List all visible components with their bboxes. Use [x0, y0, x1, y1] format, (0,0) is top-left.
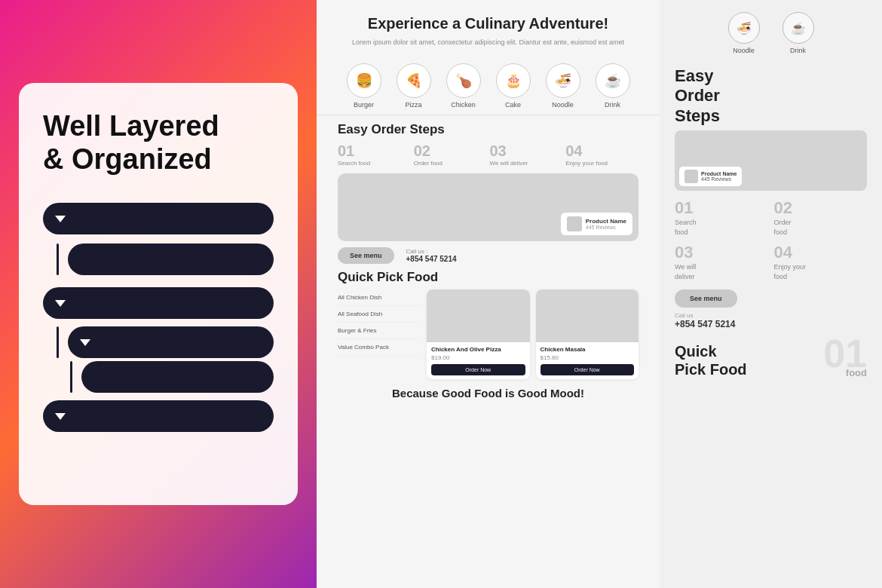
- layer-row-5: [43, 361, 274, 393]
- cake-icon: 🎂: [496, 63, 531, 98]
- right-step-1-label: Searchfood: [675, 218, 768, 237]
- see-menu-button[interactable]: See menu: [338, 247, 394, 264]
- food-category-noodle[interactable]: 🍜 Noodle: [546, 63, 580, 109]
- right-drink-category[interactable]: ☕ Drink: [782, 12, 814, 54]
- right-quick-title: Quick Pick Food: [675, 342, 747, 378]
- right-btn-row: See menu: [675, 289, 867, 308]
- food-list: All Chicken Dish All Seafood Dish Burger…: [338, 289, 421, 379]
- layer-row-1: [43, 203, 274, 234]
- layer-bar-3[interactable]: [43, 287, 274, 319]
- left-title: Well Layered & Organized: [43, 110, 274, 176]
- chevron-down-icon-2: [55, 300, 66, 307]
- chevron-down-icon-3: [80, 339, 90, 346]
- food-card-price-1: $19.00: [431, 354, 525, 361]
- right-phone-number: +854 547 5214: [675, 319, 867, 329]
- food-category-burger[interactable]: 🍔 Burger: [347, 63, 381, 109]
- order-steps-grid: 01 Search food 02 Order food 03 We will …: [338, 142, 639, 167]
- burger-label: Burger: [354, 101, 374, 109]
- right-step-4-label: Enjoy yourfood: [774, 262, 868, 281]
- left-panel: Well Layered & Organized: [0, 0, 317, 588]
- food-card-name-2: Chicken Masala: [541, 346, 635, 353]
- hero-subtitle: Lorem ipsum dolor sit amet, consectetur …: [332, 38, 645, 48]
- indent-line: [57, 243, 59, 275]
- middle-panel: Experience a Culinary Adventure! Lorem i…: [317, 0, 660, 588]
- product-thumbnail: [567, 216, 582, 231]
- layer-bar-6[interactable]: [43, 400, 274, 432]
- quick-title-line2: Pick Food: [675, 360, 747, 378]
- step-1-label: Search food: [338, 160, 411, 167]
- drink-label: Drink: [605, 101, 620, 109]
- good-food-title: Because Good Food is Good Mood!: [338, 387, 639, 400]
- step-3-label: We will deliver: [490, 160, 563, 167]
- food-card-2: Chicken Masala $15.80 Order Now: [536, 289, 639, 379]
- food-category-cake[interactable]: 🎂 Cake: [496, 63, 531, 109]
- layer-row-3: [43, 287, 274, 319]
- layer-row-2: [43, 243, 274, 275]
- right-see-menu-button[interactable]: See menu: [675, 289, 737, 308]
- quick-pick-title: Quick Pick Food: [338, 270, 639, 285]
- food-card-image-2: [536, 289, 639, 342]
- right-product-thumbnail: [684, 170, 698, 183]
- right-step-4: 04 Enjoy yourfood: [774, 243, 868, 281]
- right-step-1: 01 Searchfood: [675, 198, 768, 237]
- right-call-section: Call us +854 547 5214: [675, 312, 867, 329]
- right-noodle-icon: 🍜: [728, 12, 760, 44]
- right-step-2-num: 02: [774, 198, 868, 218]
- right-step-3: 03 We willdeliver: [675, 243, 768, 281]
- food-categories-row: 🍔 Burger 🍕 Pizza 🍗 Chicken 🎂 Cake 🍜 Nood…: [317, 63, 660, 109]
- layer-bar-4[interactable]: [68, 326, 274, 358]
- indent-line-3: [70, 361, 72, 393]
- food-list-item[interactable]: Value Combo Pack: [338, 339, 421, 356]
- layer-row-4: [43, 326, 274, 358]
- product-reviews: 445 Reviews: [586, 225, 626, 230]
- cta-row: See menu Call us : +854 547 5214: [338, 247, 639, 264]
- food-number-badge: 01 food: [823, 334, 867, 378]
- right-panel: 🍜 Noodle ☕ Drink Easy Order Steps Produc…: [660, 0, 882, 588]
- right-easy-order-title: Easy Order Steps: [675, 66, 867, 126]
- right-banner: Product Name 445 Reviews: [675, 130, 867, 191]
- food-list-item[interactable]: Burger & Fries: [338, 323, 421, 339]
- chevron-down-icon: [55, 216, 66, 222]
- food-category-pizza[interactable]: 🍕 Pizza: [397, 63, 431, 109]
- step-3: 03 We will deliver: [490, 142, 563, 167]
- right-food-icons: 🍜 Noodle ☕ Drink: [660, 0, 882, 60]
- layer-bar-2[interactable]: [68, 243, 274, 275]
- hero-title: Experience a Culinary Adventure!: [332, 14, 645, 33]
- right-call-label: Call us: [675, 312, 867, 319]
- pizza-icon: 🍕: [397, 63, 431, 98]
- product-card: Product Name 445 Reviews: [561, 213, 632, 235]
- right-product-name: Product Name: [701, 171, 737, 176]
- noodle-label: Noodle: [552, 101, 574, 109]
- step-4: 04 Enjoy your food: [565, 142, 639, 167]
- layer-bar-1[interactable]: [43, 203, 274, 234]
- product-name: Product Name: [586, 218, 626, 225]
- food-card-price-2: $15.80: [541, 354, 635, 361]
- step-2: 02 Order food: [414, 142, 487, 167]
- order-now-button-2[interactable]: Order Now: [541, 364, 635, 375]
- food-category-drink[interactable]: ☕ Drink: [596, 63, 630, 109]
- drink-icon: ☕: [596, 63, 630, 98]
- right-step-2: 02 Orderfood: [774, 198, 868, 237]
- right-step-2-label: Orderfood: [774, 218, 868, 237]
- food-card-1: Chicken And Olive Pizza $19.00 Order Now: [427, 289, 530, 379]
- layer-row-6: [43, 400, 274, 432]
- chicken-label: Chicken: [451, 101, 476, 109]
- mid-hero: Experience a Culinary Adventure! Lorem i…: [317, 0, 660, 56]
- indent-line-2: [57, 326, 59, 358]
- noodle-icon: 🍜: [546, 63, 580, 98]
- right-noodle-category[interactable]: 🍜 Noodle: [728, 12, 760, 54]
- step-3-num: 03: [490, 142, 563, 160]
- order-now-button-1[interactable]: Order Now: [431, 364, 525, 375]
- food-cards: Chicken And Olive Pizza $19.00 Order Now…: [427, 289, 639, 379]
- food-list-item[interactable]: All Seafood Dish: [338, 306, 421, 323]
- right-step-3-label: We willdeliver: [675, 262, 768, 281]
- food-list-item[interactable]: All Chicken Dish: [338, 289, 421, 306]
- quick-pick-layout: All Chicken Dish All Seafood Dish Burger…: [338, 289, 639, 379]
- right-product-card: Product Name 445 Reviews: [679, 167, 742, 186]
- phone-number: +854 547 5214: [406, 255, 457, 263]
- food-category-chicken[interactable]: 🍗 Chicken: [446, 63, 481, 109]
- quick-title-line1: Quick: [675, 342, 747, 360]
- right-step-3-num: 03: [675, 243, 768, 262]
- layer-bar-5[interactable]: [81, 361, 274, 393]
- layer-group: [43, 203, 274, 435]
